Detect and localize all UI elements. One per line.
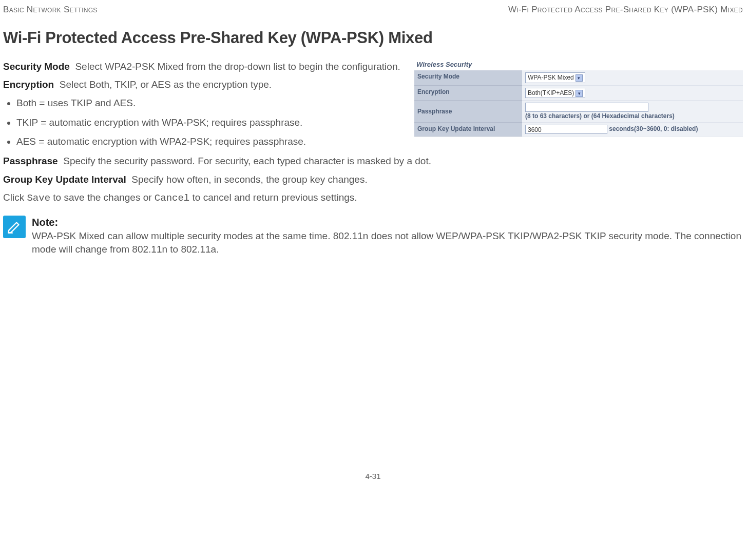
chevron-down-icon: ▾ [576,74,583,82]
save-pre: Click [3,192,27,203]
security-mode-value: WPA-PSK Mixed [528,74,574,81]
row-encryption: Encryption Both(TKIP+AES)▾ [414,85,743,100]
encryption-select[interactable]: Both(TKIP+AES)▾ [525,88,585,98]
note-heading: Note: [32,216,743,229]
label-security-mode: Security Mode [414,70,522,85]
page-number: 4-31 [3,471,743,481]
text-group-key: Specify how often, in seconds, the group… [131,174,367,185]
row-interval: Group Key Update Interval 3600 seconds(3… [414,122,743,136]
cancel-word: Cancel [155,192,189,204]
encryption-value: Both(TKIP+AES) [528,89,574,96]
save-mid: to save the changes or [50,192,155,203]
row-security-mode: Security Mode WPA-PSK Mixed▾ [414,70,743,85]
label-encryption: Encryption [414,85,522,100]
passphrase-input[interactable] [525,103,648,112]
wireless-security-figure: Wireless Security Security Mode WPA-PSK … [414,60,743,137]
term-group-key: Group Key Update Interval [3,174,126,185]
row-passphrase: Passphrase (8 to 63 characters) or (64 H… [414,100,743,122]
bullet-aes: AES = automatic encryption with WPA2-PSK… [16,135,743,148]
page-title: Wi-Fi Protected Access Pre-Shared Key (W… [3,27,743,49]
interval-input[interactable]: 3600 [525,125,607,134]
text-encryption: Select Both, TKIP, or AES as the encrypt… [60,79,272,90]
header-left: Basic Network Settings [3,4,98,16]
passphrase-hint: (8 to 63 characters) or (64 Hexadecimal … [525,112,675,120]
save-word: Save [27,192,50,204]
security-mode-select[interactable]: WPA-PSK Mixed▾ [525,72,585,83]
chevron-down-icon: ▾ [576,90,583,97]
figure-heading: Wireless Security [414,60,743,69]
save-post: to cancel and return previous settings. [189,192,357,203]
label-passphrase: Passphrase [414,100,522,122]
text-passphrase: Specify the security password. For secur… [63,156,431,166]
pencil-icon [3,216,26,238]
term-encryption: Encryption [3,79,54,90]
term-passphrase: Passphrase [3,156,58,166]
header-right: Wi-Fi Protected Access Pre-Shared Key (W… [508,4,743,16]
text-security-mode: Select WPA2-PSK Mixed from the drop-down… [75,61,400,72]
note-box: Note: WPA-PSK Mixed can allow multiple s… [3,216,743,256]
interval-suffix: seconds(30~3600, 0: disabled) [609,125,698,132]
label-interval: Group Key Update Interval [414,122,522,136]
note-text: WPA-PSK Mixed can allow multiple securit… [32,229,743,256]
term-security-mode: Security Mode [3,61,70,72]
